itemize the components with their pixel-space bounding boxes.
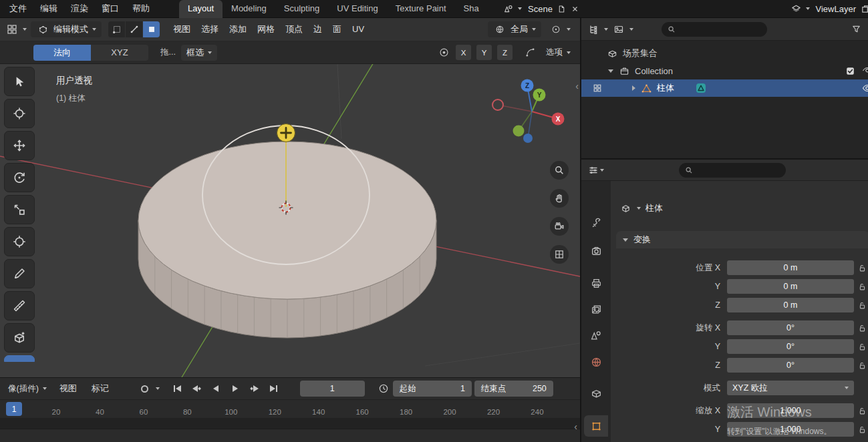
menu-render[interactable]: 渲染 [64,0,95,17]
navigation-gizmo[interactable]: Z Y X [482,77,576,152]
scene-collection-row[interactable]: 场景集合 [581,45,868,62]
tool-extrude-region-partial[interactable] [4,355,35,362]
zoom-button[interactable] [550,161,569,180]
tool-annotate[interactable] [4,259,35,288]
timeline-ruler[interactable]: 20406080100120140160180200220240 1 [0,399,580,418]
edge-select-button[interactable] [126,21,142,37]
tool-move[interactable] [4,131,35,160]
jump-to-end-button[interactable] [266,381,283,397]
camera-view-button[interactable] [550,217,569,236]
properties-search[interactable] [679,163,786,178]
scale-y-field[interactable]: 1.000 [727,422,854,437]
scene-selector[interactable] [498,1,525,17]
extrude-plus-handle[interactable] [277,124,295,142]
3d-viewport[interactable]: 用户透视 (1) 柱体 Z Y X [0,64,580,377]
workspace-tab-shading[interactable]: Sha [455,0,488,18]
workspace-tab-uv-editing[interactable]: UV Editing [328,0,386,18]
prev-keyframe-button[interactable] [188,381,205,397]
orthographic-toggle-button[interactable] [550,245,569,264]
scene-name[interactable]: Scene [525,4,555,14]
orientation-dropdown[interactable]: 全局 [488,21,541,37]
tab-tool[interactable] [584,212,608,234]
tab-world[interactable] [584,351,608,373]
menu-add[interactable]: 添加 [224,18,252,41]
vertex-select-button[interactable] [108,21,125,37]
menu-select[interactable]: 选择 [196,18,224,41]
mirror-y-button[interactable]: Y [476,45,492,60]
frame-end-field[interactable]: 结束点 250 [474,381,553,397]
location-x-field[interactable]: 0 m [727,260,854,275]
object-expand-icon[interactable] [632,85,635,91]
outliner-search-input[interactable] [680,25,746,34]
filter-funnel-icon[interactable] [849,23,863,36]
scene-unlink-icon[interactable] [569,2,582,15]
lock-icon[interactable] [858,425,868,434]
sidebar-toggle-icon[interactable]: ‹ [575,81,579,91]
scene-new-icon[interactable] [555,2,569,15]
hide-viewport-eye-icon[interactable] [861,81,868,95]
object-breadcrumb-icon[interactable] [619,202,632,215]
menu-edge[interactable]: 边 [308,18,327,41]
workspace-tab-modeling[interactable]: Modeling [223,0,275,18]
workspace-tab-sculpting[interactable]: Sculpting [275,0,328,18]
tool-cursor[interactable] [4,99,35,128]
menu-vertex[interactable]: 顶点 [280,18,308,41]
rotation-z-field[interactable]: 0° [727,358,854,373]
proportional-edit-icon[interactable] [437,46,450,59]
box-select-dropdown[interactable]: 框选 [181,45,217,61]
tab-output[interactable] [584,272,608,294]
workspace-tab-texture-paint[interactable]: Texture Paint [387,0,455,18]
mode-dropdown[interactable]: 编辑模式 [31,21,102,37]
lock-icon[interactable] [858,300,868,310]
viewlayer-name[interactable]: ViewLayer [813,4,859,14]
tab-render[interactable] [584,240,608,262]
timeline-scroll-area[interactable] [0,429,580,442]
location-z-field[interactable]: 0 m [727,298,854,312]
menu-file[interactable]: 文件 [3,0,33,17]
viewlayer-new-icon[interactable] [859,2,868,15]
tool-scale[interactable] [4,195,35,224]
properties-editor-type-icon[interactable] [587,164,600,177]
menu-uv[interactable]: UV [347,18,370,41]
menu-timeline-view[interactable]: 视图 [53,383,83,395]
menu-timeline-marker[interactable]: 标记 [86,383,115,395]
tab-collection-props[interactable] [584,383,608,404]
frame-start-field[interactable]: 起始 1 [393,381,472,397]
record-button[interactable] [136,381,153,397]
properties-search-input[interactable] [697,166,764,175]
menu-view[interactable]: 视图 [168,18,196,41]
options-dropdown[interactable]: 选项 [542,45,575,61]
face-select-button[interactable] [143,21,160,37]
rotation-mode-dropdown[interactable]: XYZ 欧拉 [727,381,854,395]
tab-object[interactable] [584,415,608,437]
tab-view-layer[interactable] [584,298,608,320]
timeline-editor-dropdown[interactable]: 像(插件) [4,381,51,397]
rotation-y-field[interactable]: 0° [727,339,854,354]
next-keyframe-button[interactable] [247,381,263,397]
lock-icon[interactable] [858,282,868,291]
drag-label[interactable]: 拖... [160,47,176,58]
location-y-field[interactable]: 0 m [727,279,854,294]
tool-rotate[interactable] [4,163,35,192]
menu-face[interactable]: 面 [327,18,347,41]
current-frame-field[interactable]: 1 [300,381,365,397]
tab-normal[interactable]: 法向 [33,45,91,61]
workspace-tab-layout[interactable]: Layout [179,0,223,18]
tab-scene[interactable] [584,324,608,346]
play-reverse-button[interactable] [208,381,225,397]
editor-type-selector[interactable] [5,23,19,36]
scale-x-field[interactable]: 1.000 [727,403,854,418]
play-button[interactable] [227,381,244,397]
tab-xyz[interactable]: XYZ [91,45,148,61]
transform-panel-header[interactable]: 变换 [616,231,868,248]
lock-icon[interactable] [858,406,868,415]
gizmo-neg-y-ball[interactable] [513,126,525,137]
collection-row[interactable]: Collection [581,62,868,79]
tool-select-box[interactable] [4,67,35,96]
current-frame-marker[interactable]: 1 [6,402,22,416]
pan-hand-button[interactable] [550,189,569,208]
outliner-display-mode-icon[interactable] [612,23,625,36]
collection-checkbox[interactable] [843,64,857,77]
timeline-collapse-icon[interactable]: ‹ [574,422,577,431]
outliner-editor-type-icon[interactable] [587,23,600,36]
